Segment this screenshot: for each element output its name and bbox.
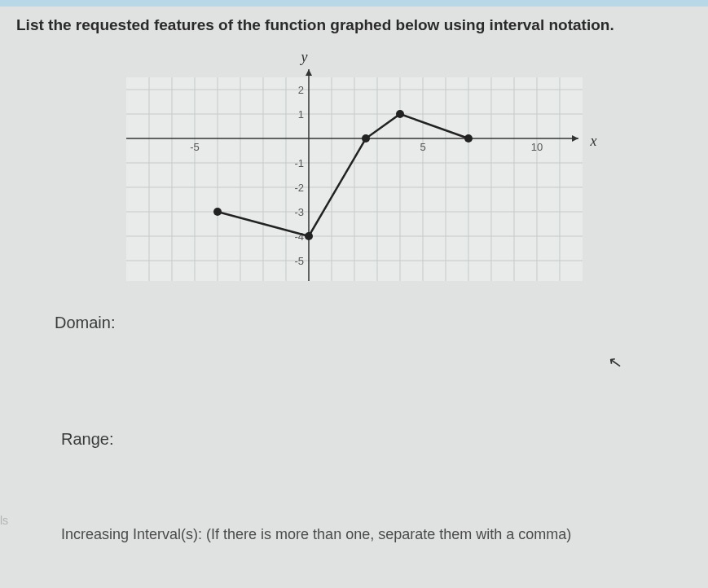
y-tick-neg1: -1 xyxy=(294,157,304,169)
y-tick-neg2: -2 xyxy=(294,182,304,194)
point-vertex-1 xyxy=(305,232,313,240)
x-axis-label: x xyxy=(591,133,597,150)
y-tick-neg3: -3 xyxy=(294,206,304,218)
range-label: Range: xyxy=(61,430,696,449)
function-graph: y x xyxy=(126,61,583,281)
chart-svg: 2 1 -1 -2 -3 -4 -5 -5 5 10 xyxy=(126,61,583,281)
y-tick-1: 1 xyxy=(297,108,303,121)
y-axis-label: y xyxy=(301,49,308,66)
y-tick-neg5: -5 xyxy=(294,255,304,267)
x-tick-neg5: -5 xyxy=(190,141,200,153)
increasing-intervals-label: Increasing Interval(s): (If there is mor… xyxy=(61,526,696,543)
x-tick-5: 5 xyxy=(420,141,425,153)
point-start xyxy=(213,208,222,216)
point-end xyxy=(464,134,473,143)
svg-marker-29 xyxy=(306,69,312,76)
question-text: List the requested features of the funct… xyxy=(16,15,696,37)
partial-sidebar-text: ls xyxy=(0,514,8,527)
mouse-cursor-icon: ↖ xyxy=(607,352,624,374)
point-vertex-2 xyxy=(362,134,370,143)
x-tick-10: 10 xyxy=(530,141,542,153)
y-tick-2: 2 xyxy=(297,84,303,96)
domain-label: Domain: xyxy=(55,314,696,332)
point-vertex-3 xyxy=(396,110,404,118)
